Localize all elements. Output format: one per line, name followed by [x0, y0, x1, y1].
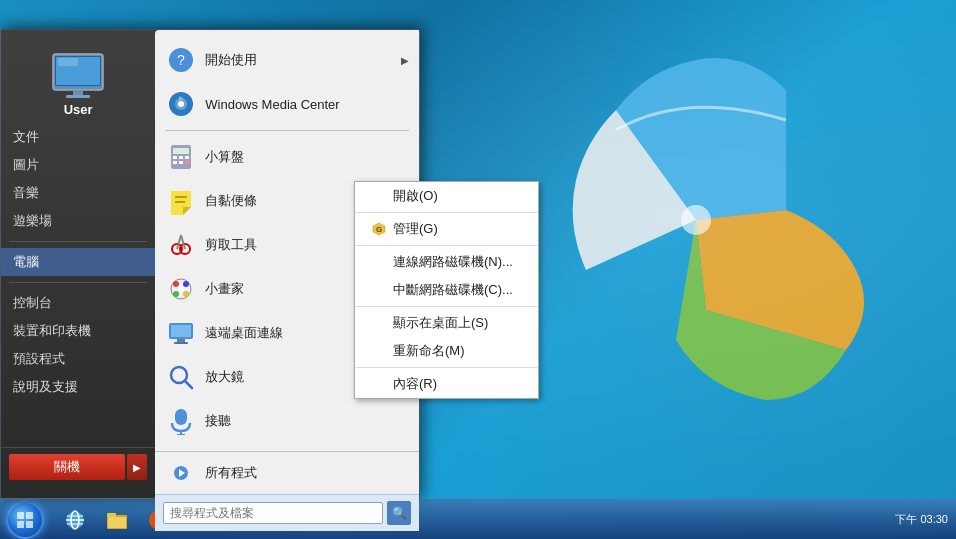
svg-point-34 [178, 286, 184, 292]
taskbar: 下午 03:30 [0, 499, 956, 539]
svg-marker-21 [171, 191, 191, 215]
ctx-sep-1 [355, 212, 538, 213]
paint-icon [165, 273, 197, 305]
search-button[interactable]: 🔍 [387, 501, 411, 525]
svg-rect-15 [173, 156, 177, 159]
svg-rect-41 [175, 409, 187, 425]
calculator-icon [165, 141, 197, 173]
desktop: User 文件 圖片 音樂 遊樂場 電腦 控制台 裝置和印表機 預設程式 說明及… [0, 0, 956, 539]
get-started-icon: ? [165, 44, 197, 76]
svg-point-32 [173, 291, 179, 297]
right-item-computer[interactable]: 電腦 [1, 248, 155, 276]
ctx-open-label: 開啟(O) [393, 187, 438, 205]
svg-rect-59 [108, 517, 126, 528]
wmc-icon: ▶ [165, 88, 197, 120]
svg-rect-51 [26, 521, 33, 528]
right-item-music[interactable]: 音樂 [1, 179, 155, 207]
svg-text:?: ? [177, 52, 185, 68]
listener-icon [165, 405, 197, 437]
ctx-show-desktop[interactable]: 顯示在桌面上(S) [355, 309, 538, 337]
right-item-default-programs[interactable]: 預設程式 [1, 345, 155, 373]
magnifier-icon [165, 361, 197, 393]
ctx-disconnect-drive-label: 中斷網路磁碟機(C)... [393, 281, 513, 299]
ctx-sep-4 [355, 367, 538, 368]
start-item-wmc[interactable]: ▶ Windows Media Center [155, 82, 419, 126]
svg-point-30 [173, 281, 179, 287]
svg-marker-22 [183, 207, 191, 215]
right-divider-1 [9, 241, 147, 242]
taskbar-ie-icon[interactable] [55, 501, 95, 539]
start-item-listener[interactable]: 接聽 [155, 399, 419, 443]
get-started-arrow: ▶ [401, 55, 409, 66]
svg-rect-20 [185, 161, 189, 164]
right-item-help[interactable]: 說明及支援 [1, 373, 155, 401]
svg-rect-14 [173, 148, 189, 154]
svg-rect-5 [73, 90, 83, 95]
right-divider-2 [9, 282, 147, 283]
svg-rect-48 [17, 512, 24, 519]
start-orb [6, 501, 44, 539]
ctx-rename[interactable]: 重新命名(M) [355, 337, 538, 365]
svg-point-11 [178, 101, 184, 107]
svg-rect-50 [17, 521, 24, 528]
all-programs-label: 所有程式 [205, 464, 409, 482]
start-item-calculator[interactable]: 小算盤 [155, 135, 419, 179]
svg-rect-18 [173, 161, 177, 164]
svg-rect-38 [174, 342, 188, 344]
ctx-rename-label: 重新命名(M) [393, 342, 465, 360]
svg-point-31 [183, 281, 189, 287]
right-item-documents[interactable]: 文件 [1, 123, 155, 151]
right-item-control-panel[interactable]: 控制台 [1, 289, 155, 317]
shutdown-arrow-button[interactable]: ▶ [127, 454, 147, 480]
wmc-label: Windows Media Center [205, 97, 409, 112]
shutdown-row: 關機 ▶ [1, 447, 155, 486]
ctx-properties[interactable]: 內容(R) [355, 370, 538, 398]
right-item-games[interactable]: 遊樂場 [1, 207, 155, 235]
ctx-open-icon [371, 188, 387, 204]
context-menu: 開啟(O) G 管理(G) 連線網路磁碟機(N)... 中斷網路磁碟機(C)..… [354, 181, 539, 399]
start-menu-right-panel: User 文件 圖片 音樂 遊樂場 電腦 控制台 裝置和印表機 預設程式 說明及… [1, 30, 155, 498]
all-programs-row[interactable]: 所有程式 [155, 451, 419, 494]
taskbar-explorer-icon[interactable] [97, 501, 137, 539]
left-separator-1 [165, 130, 409, 131]
ctx-rename-icon [371, 343, 387, 359]
listener-label: 接聽 [205, 412, 409, 430]
svg-rect-19 [179, 161, 183, 164]
windows-logo [486, 30, 906, 410]
computer-icon [48, 52, 108, 102]
shutdown-button[interactable]: 關機 [9, 454, 125, 480]
ctx-map-drive-label: 連線網路磁碟機(N)... [393, 253, 513, 271]
svg-rect-37 [177, 339, 185, 342]
ctx-sep-3 [355, 306, 538, 307]
svg-rect-4 [58, 58, 78, 66]
svg-rect-49 [26, 512, 33, 519]
search-input[interactable] [163, 502, 383, 524]
svg-line-40 [185, 381, 192, 388]
start-button[interactable] [0, 500, 50, 540]
ctx-open[interactable]: 開啟(O) [355, 182, 538, 210]
svg-point-0 [681, 205, 711, 235]
right-item-pictures[interactable]: 圖片 [1, 151, 155, 179]
ctx-properties-label: 內容(R) [393, 375, 437, 393]
all-programs-icon [165, 457, 197, 489]
ctx-map-drive[interactable]: 連線網路磁碟機(N)... [355, 248, 538, 276]
remote-desktop-icon [165, 317, 197, 349]
get-started-label: 開始使用 [205, 51, 401, 69]
right-menu-items: 文件 圖片 音樂 遊樂場 電腦 控制台 裝置和印表機 預設程式 說明及支援 [1, 123, 155, 401]
svg-text:▶: ▶ [179, 95, 184, 101]
ctx-manage-label: 管理(G) [393, 220, 438, 238]
taskbar-clock: 下午 03:30 [895, 512, 948, 527]
svg-text:G: G [376, 225, 382, 234]
right-item-devices[interactable]: 裝置和印表機 [1, 317, 155, 345]
start-item-get-started[interactable]: ? 開始使用 ▶ [155, 38, 419, 82]
svg-rect-36 [171, 325, 191, 337]
user-avatar-section: User [1, 42, 155, 123]
ctx-manage[interactable]: G 管理(G) [355, 215, 538, 243]
ctx-disconnect-drive[interactable]: 中斷網路磁碟機(C)... [355, 276, 538, 304]
svg-rect-16 [179, 156, 183, 159]
taskbar-right-area: 下午 03:30 [887, 512, 956, 527]
svg-rect-6 [66, 95, 90, 98]
sticky-notes-icon [165, 185, 197, 217]
ctx-map-drive-icon [371, 254, 387, 270]
calculator-label: 小算盤 [205, 148, 409, 166]
